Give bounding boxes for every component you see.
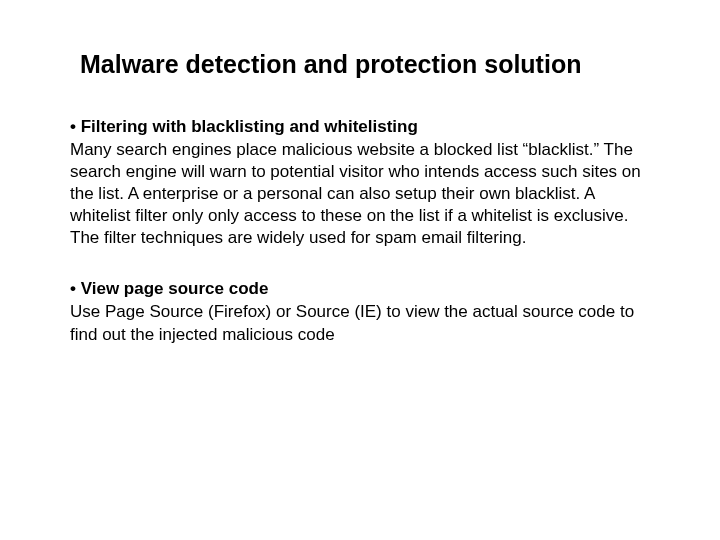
slide-title: Malware detection and protection solutio… (80, 50, 650, 79)
body-paragraph: Use Page Source (Firefox) or Source (IE)… (70, 301, 650, 345)
section-view-source: • View page source code Use Page Source … (70, 279, 650, 345)
bullet-heading: • Filtering with blacklisting and whitel… (70, 117, 650, 137)
body-paragraph: Many search engines place malicious webs… (70, 139, 650, 249)
bullet-heading: • View page source code (70, 279, 650, 299)
section-filtering: • Filtering with blacklisting and whitel… (70, 117, 650, 249)
